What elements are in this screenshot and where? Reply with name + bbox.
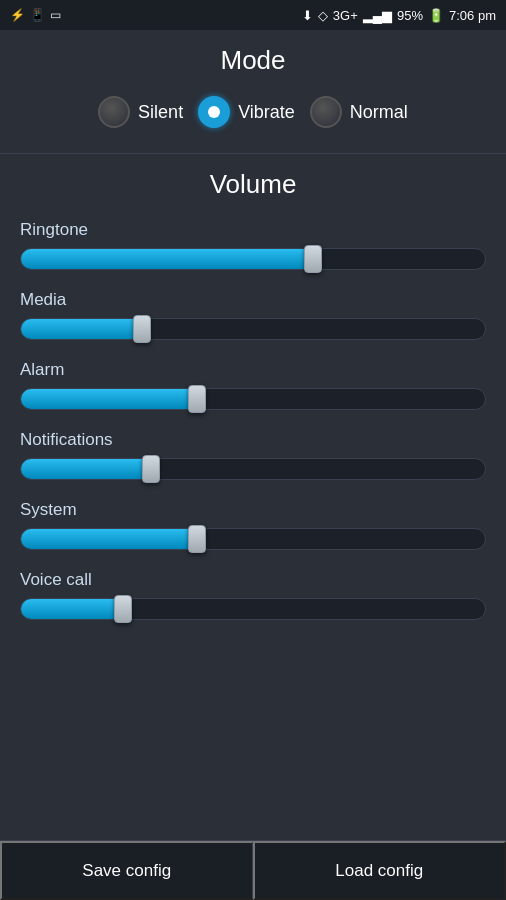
slider-track-voicecall[interactable] xyxy=(20,598,486,620)
battery-icon: 🔋 xyxy=(428,8,444,23)
volume-section: Volume RingtoneMediaAlarmNotificationsSy… xyxy=(0,154,506,655)
slider-fill-media xyxy=(21,319,142,339)
mode-option-vibrate[interactable]: Vibrate xyxy=(198,96,295,128)
sliders-container: RingtoneMediaAlarmNotificationsSystemVoi… xyxy=(20,220,486,620)
slider-label-ringtone: Ringtone xyxy=(20,220,486,240)
slider-label-alarm: Alarm xyxy=(20,360,486,380)
slider-group-media: Media xyxy=(20,290,486,340)
radio-normal[interactable] xyxy=(310,96,342,128)
slider-thumb-ringtone[interactable] xyxy=(304,245,322,273)
mode-title: Mode xyxy=(0,45,506,76)
slider-fill-notifications xyxy=(21,459,151,479)
slider-group-notifications: Notifications xyxy=(20,430,486,480)
slider-label-media: Media xyxy=(20,290,486,310)
slider-group-ringtone: Ringtone xyxy=(20,220,486,270)
label-normal: Normal xyxy=(350,102,408,123)
slider-track-alarm[interactable] xyxy=(20,388,486,410)
slider-fill-voicecall xyxy=(21,599,123,619)
main-content: Mode Silent Vibrate Normal Volume Ringto… xyxy=(0,30,506,840)
diamond-icon: ◇ xyxy=(318,8,328,23)
slider-group-system: System xyxy=(20,500,486,550)
mode-section: Mode Silent Vibrate Normal xyxy=(0,30,506,154)
battery-percent: 95% xyxy=(397,8,423,23)
signal-strength: 3G+ xyxy=(333,8,358,23)
slider-fill-system xyxy=(21,529,197,549)
label-vibrate: Vibrate xyxy=(238,102,295,123)
volume-title: Volume xyxy=(20,169,486,200)
radio-silent[interactable] xyxy=(98,96,130,128)
slider-track-ringtone[interactable] xyxy=(20,248,486,270)
slider-label-notifications: Notifications xyxy=(20,430,486,450)
slider-thumb-media[interactable] xyxy=(133,315,151,343)
slider-fill-alarm xyxy=(21,389,197,409)
slider-track-system[interactable] xyxy=(20,528,486,550)
status-icons-right: ⬇ ◇ 3G+ ▂▄▆ 95% 🔋 7:06 pm xyxy=(302,8,496,23)
slider-fill-ringtone xyxy=(21,249,313,269)
slider-thumb-alarm[interactable] xyxy=(188,385,206,413)
signal-bars: ▂▄▆ xyxy=(363,8,392,23)
slider-label-voicecall: Voice call xyxy=(20,570,486,590)
slider-label-system: System xyxy=(20,500,486,520)
save-config-button[interactable]: Save config xyxy=(0,841,253,900)
slider-group-alarm: Alarm xyxy=(20,360,486,410)
load-config-button[interactable]: Load config xyxy=(253,841,507,900)
mode-options: Silent Vibrate Normal xyxy=(0,91,506,143)
label-silent: Silent xyxy=(138,102,183,123)
slider-track-media[interactable] xyxy=(20,318,486,340)
notification-icon: 📱 xyxy=(30,8,45,22)
mode-option-silent[interactable]: Silent xyxy=(98,96,183,128)
slider-track-notifications[interactable] xyxy=(20,458,486,480)
mode-option-normal[interactable]: Normal xyxy=(310,96,408,128)
radio-vibrate[interactable] xyxy=(198,96,230,128)
status-bar: ⚡ 📱 ▭ ⬇ ◇ 3G+ ▂▄▆ 95% 🔋 7:06 pm xyxy=(0,0,506,30)
clock: 7:06 pm xyxy=(449,8,496,23)
slider-thumb-system[interactable] xyxy=(188,525,206,553)
slider-thumb-voicecall[interactable] xyxy=(114,595,132,623)
slider-thumb-notifications[interactable] xyxy=(142,455,160,483)
status-icons-left: ⚡ 📱 ▭ xyxy=(10,8,61,22)
screen-icon: ▭ xyxy=(50,8,61,22)
slider-group-voicecall: Voice call xyxy=(20,570,486,620)
bottom-bar: Save config Load config xyxy=(0,840,506,900)
usb-icon: ⚡ xyxy=(10,8,25,22)
download-icon: ⬇ xyxy=(302,8,313,23)
